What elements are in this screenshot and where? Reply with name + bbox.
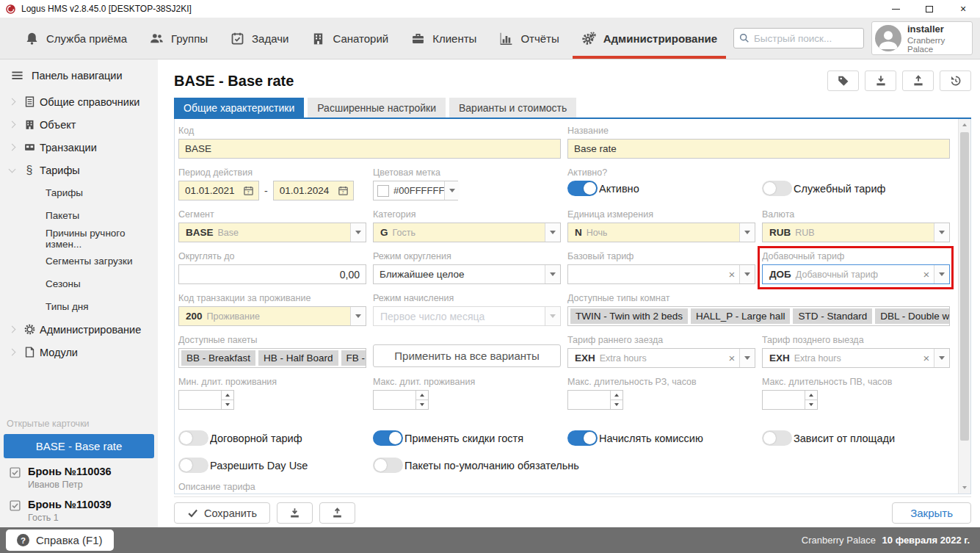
tab-advanced-settings[interactable]: Расширенные настройки <box>308 98 446 118</box>
dropdown-button[interactable] <box>934 223 949 242</box>
sidebar-item-packages[interactable]: Пакеты <box>0 204 158 227</box>
segment-combobox[interactable]: BASE Base <box>178 223 366 242</box>
room-type-chip[interactable]: DBL - Double with sing <box>875 308 950 324</box>
clear-icon[interactable]: × <box>919 349 934 367</box>
name-input[interactable] <box>568 143 949 154</box>
spin-up-button[interactable] <box>416 391 428 400</box>
room-type-chip[interactable]: STD - Standard <box>793 308 872 324</box>
dropdown-button[interactable] <box>739 349 755 367</box>
close-window-button[interactable]: × <box>946 0 980 18</box>
spin-down-button[interactable] <box>416 400 428 409</box>
sidebar-item-manual-change-reasons[interactable]: Причины ручного измен... <box>0 227 158 250</box>
guest-discounts-toggle[interactable] <box>373 430 403 446</box>
open-card-booking-110036[interactable]: Бронь №110036 Иванов Петр <box>0 458 158 491</box>
transaction-code-combobox[interactable]: 200 Проживание <box>178 306 366 326</box>
maximize-button[interactable] <box>912 0 946 18</box>
download-button[interactable] <box>865 71 896 91</box>
tab-variants-and-price[interactable]: Варианты и стоимость <box>449 98 576 118</box>
clear-icon[interactable]: × <box>725 349 739 367</box>
round-to-input[interactable] <box>179 269 366 281</box>
scroll-down-arrow[interactable] <box>959 482 970 494</box>
upload-button[interactable] <box>902 71 934 91</box>
tab-general-characteristics[interactable]: Общие характеристики <box>174 98 304 118</box>
period-from-input[interactable] <box>179 185 242 196</box>
area-dependent-toggle[interactable] <box>762 430 792 446</box>
contract-rate-toggle[interactable] <box>178 430 208 446</box>
max-stay-stepper[interactable] <box>373 390 429 410</box>
round-mode-combobox[interactable] <box>373 264 561 284</box>
sidebar-item-rates-rates[interactable]: Тарифы <box>0 181 158 204</box>
dropdown-button[interactable] <box>545 265 560 283</box>
close-card-button[interactable]: Закрыть <box>892 502 971 524</box>
sidebar-item-directories[interactable]: Общие справочники <box>0 90 158 113</box>
sidebar-item-modules[interactable]: Модули <box>0 341 158 364</box>
active-toggle[interactable] <box>567 181 598 196</box>
export-button[interactable] <box>277 502 313 524</box>
room-types-list[interactable]: TWIN - Twin with 2 beds HALL_P - Large h… <box>567 306 950 326</box>
clear-icon[interactable]: × <box>725 265 739 283</box>
max-early-hours-stepper[interactable] <box>567 390 623 410</box>
room-type-chip[interactable]: TWIN - Twin with 2 beds <box>570 308 688 324</box>
tag-button[interactable] <box>827 71 859 91</box>
dropdown-button[interactable] <box>350 307 366 325</box>
max-late-hours-stepper[interactable] <box>762 390 818 410</box>
late-checkout-combobox[interactable]: EXH Extra hours × <box>762 348 950 368</box>
nav-front-desk[interactable]: Служба приёма <box>13 18 138 59</box>
spin-down-button[interactable] <box>611 400 623 409</box>
dropdown-button[interactable] <box>739 265 755 283</box>
sidebar-item-seasons[interactable]: Сезоны <box>0 272 158 295</box>
package-chip[interactable]: BB - Breakfast <box>181 350 255 366</box>
category-combobox[interactable]: G Гость <box>373 223 561 242</box>
round-mode-value[interactable] <box>374 269 545 280</box>
nav-administration[interactable]: Администрирование <box>570 18 728 59</box>
spin-up-button[interactable] <box>805 391 817 400</box>
import-button[interactable] <box>319 502 355 524</box>
minimize-button[interactable] <box>879 0 912 18</box>
nav-tasks[interactable]: Задачи <box>219 18 300 59</box>
unit-combobox[interactable]: N Ночь <box>567 223 755 242</box>
nav-clients[interactable]: Клиенты <box>399 18 487 59</box>
scroll-up-arrow[interactable] <box>959 119 970 131</box>
currency-combobox[interactable]: RUB RUB <box>762 223 950 242</box>
day-use-toggle[interactable] <box>178 458 208 473</box>
save-button[interactable]: Сохранить <box>174 502 270 524</box>
dropdown-button[interactable] <box>739 223 755 242</box>
base-rate-combobox[interactable]: × <box>567 264 755 284</box>
scrollbar-thumb[interactable] <box>960 132 969 441</box>
package-chip[interactable]: FB - Full Boar <box>341 350 366 366</box>
nav-panel-title[interactable]: Панель навигации <box>0 59 158 90</box>
dropdown-button[interactable] <box>444 181 460 200</box>
apply-to-all-variants-button[interactable]: Применить на все варианты <box>373 344 561 367</box>
spin-up-button[interactable] <box>222 391 233 400</box>
commission-toggle[interactable] <box>567 430 598 446</box>
sidebar-item-administration[interactable]: Администрирование <box>0 318 158 341</box>
default-packages-toggle[interactable] <box>373 458 403 473</box>
nav-reports[interactable]: Отчёты <box>487 18 570 59</box>
spin-down-button[interactable] <box>222 400 233 409</box>
room-type-chip[interactable]: HALL_P - Large hall <box>691 308 790 324</box>
clear-icon[interactable]: × <box>919 265 934 283</box>
user-panel[interactable]: installer Cranberry Palace <box>871 21 973 55</box>
sidebar-item-rates[interactable]: § Тарифы <box>0 159 158 181</box>
package-chip[interactable]: HB - Half Board <box>258 350 338 366</box>
dropdown-button[interactable] <box>934 265 949 283</box>
sidebar-item-transactions[interactable]: Транзакции <box>0 136 158 159</box>
search-input[interactable] <box>754 33 849 44</box>
sidebar-item-load-segments[interactable]: Сегменты загрузки <box>0 250 158 272</box>
open-card-booking-110039[interactable]: Бронь №110039 Гость 1 <box>0 491 158 524</box>
spin-down-button[interactable] <box>805 400 817 409</box>
color-picker[interactable]: #00FFFFFF <box>373 181 458 200</box>
nav-groups[interactable]: Группы <box>138 18 219 59</box>
nav-sanatorium[interactable]: Санаторий <box>300 18 399 59</box>
packages-list[interactable]: BB - Breakfast HB - Half Board FB - Full… <box>178 348 366 368</box>
vertical-scrollbar[interactable] <box>958 119 970 494</box>
early-checkin-combobox[interactable]: EXH Extra hours × <box>567 348 755 368</box>
additional-rate-combobox[interactable]: ДОБ Добавочный тариф × <box>762 264 950 284</box>
code-input[interactable] <box>179 143 560 154</box>
dropdown-button[interactable] <box>350 223 366 242</box>
min-stay-stepper[interactable] <box>178 390 234 410</box>
sidebar-item-object[interactable]: Объект <box>0 113 158 136</box>
sidebar-item-day-types[interactable]: Типы дня <box>0 295 158 318</box>
open-card-base-rate[interactable]: BASE - Base rate <box>4 434 154 458</box>
spin-up-button[interactable] <box>611 391 623 400</box>
